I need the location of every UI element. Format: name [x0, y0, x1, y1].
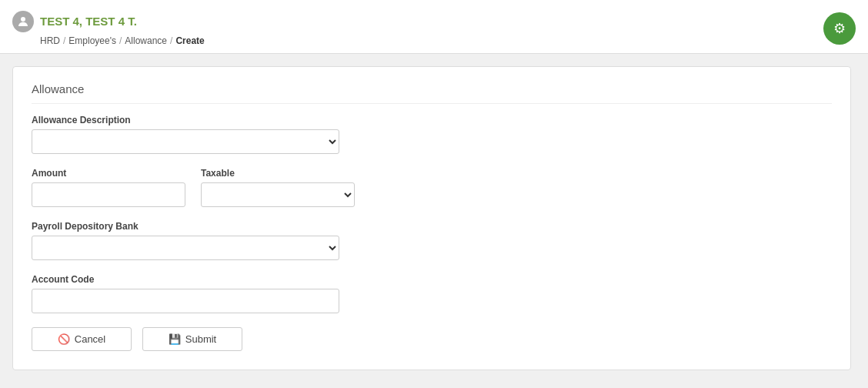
card-title: Allowance	[32, 82, 832, 104]
gear-button[interactable]: ⚙	[823, 12, 856, 45]
button-row: 🚫 Cancel 💾 Submit	[32, 327, 832, 351]
account-code-input[interactable]	[32, 289, 339, 313]
allowance-description-group: Allowance Description	[32, 115, 832, 154]
cancel-label: Cancel	[75, 333, 105, 345]
account-code-group: Account Code	[32, 274, 832, 313]
amount-label: Amount	[32, 168, 185, 179]
taxable-group: Taxable	[201, 168, 355, 207]
breadcrumb: HRD / Employee's / Allowance / Create	[40, 35, 205, 46]
breadcrumb-employees[interactable]: Employee's	[68, 35, 116, 46]
header: TEST 4, TEST 4 T. HRD / Employee's / All…	[0, 0, 868, 54]
amount-taxable-row: Amount Taxable	[32, 168, 832, 207]
cancel-icon: 🚫	[58, 333, 70, 345]
taxable-select[interactable]	[201, 182, 355, 207]
gear-icon: ⚙	[833, 20, 846, 37]
avatar	[12, 11, 34, 32]
allowance-card: Allowance Allowance Description Amount T…	[12, 66, 851, 370]
payroll-bank-label: Payroll Depository Bank	[32, 221, 832, 232]
breadcrumb-allowance[interactable]: Allowance	[125, 35, 167, 46]
submit-button[interactable]: 💾 Submit	[142, 327, 242, 351]
svg-point-0	[21, 17, 25, 22]
cancel-button[interactable]: 🚫 Cancel	[32, 327, 132, 351]
breadcrumb-sep-2: /	[119, 35, 122, 46]
breadcrumb-hrd[interactable]: HRD	[40, 35, 60, 46]
main-content: Allowance Allowance Description Amount T…	[0, 54, 868, 383]
payroll-bank-wrapper	[32, 236, 339, 260]
breadcrumb-current: Create	[175, 35, 204, 46]
user-row: TEST 4, TEST 4 T.	[12, 11, 205, 32]
amount-group: Amount	[32, 168, 185, 207]
account-code-wrapper	[32, 289, 339, 313]
submit-label: Submit	[185, 333, 216, 345]
submit-icon: 💾	[169, 333, 181, 345]
header-right: ⚙	[823, 12, 856, 45]
breadcrumb-sep-1: /	[63, 35, 65, 46]
payroll-bank-select[interactable]	[32, 236, 339, 260]
allowance-description-select[interactable]	[32, 129, 339, 154]
taxable-label: Taxable	[201, 168, 355, 179]
amount-input[interactable]	[32, 182, 185, 207]
header-left: TEST 4, TEST 4 T. HRD / Employee's / All…	[12, 11, 205, 46]
user-name: TEST 4, TEST 4 T.	[40, 15, 137, 28]
payroll-bank-group: Payroll Depository Bank	[32, 221, 832, 260]
breadcrumb-sep-3: /	[170, 35, 172, 46]
allowance-description-wrapper	[32, 129, 339, 154]
allowance-description-label: Allowance Description	[32, 115, 832, 125]
account-code-label: Account Code	[32, 274, 832, 285]
